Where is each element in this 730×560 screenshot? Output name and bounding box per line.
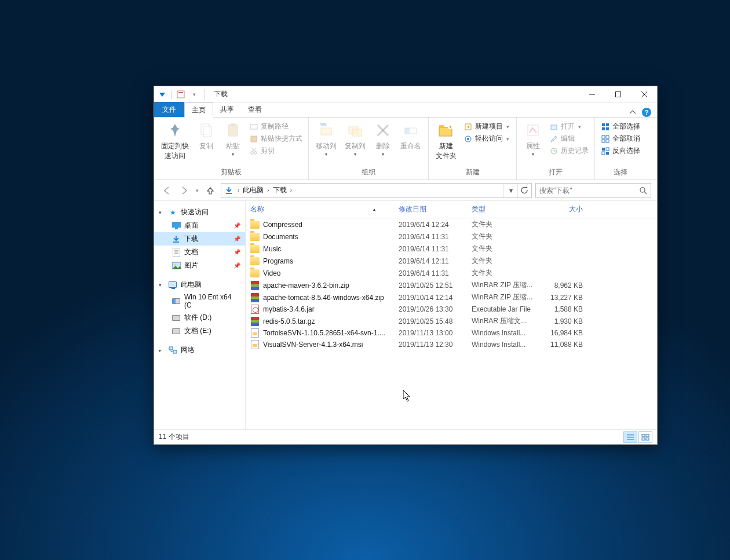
sidebar-item-downloads[interactable]: 下载📌 xyxy=(154,232,245,246)
column-header-type[interactable]: 类型 xyxy=(472,204,542,214)
svg-point-47 xyxy=(640,188,645,192)
copy-button[interactable]: 复制 xyxy=(195,120,218,152)
nav-up-button[interactable] xyxy=(203,184,217,197)
sidebar-quick-access[interactable]: ▾ ★ 快速访问 xyxy=(154,206,245,219)
select-none-button[interactable]: 全部取消 xyxy=(600,133,641,144)
file-row[interactable]: Video2019/6/14 11:31文件夹 xyxy=(246,267,657,279)
sidebar-item-documents[interactable]: 文档📌 xyxy=(154,246,245,259)
minimize-button[interactable] xyxy=(579,86,605,103)
view-large-icons-button[interactable] xyxy=(638,431,652,443)
crumb-downloads[interactable]: 下载 xyxy=(271,185,289,195)
status-count: 11 个项目 xyxy=(159,432,189,442)
qat-customize-caret-icon[interactable]: ▾ xyxy=(192,91,197,97)
documents-icon xyxy=(171,248,181,257)
select-all-button[interactable]: 全部选择 xyxy=(600,121,641,132)
delete-button[interactable]: 删除▾ xyxy=(371,120,395,158)
view-details-button[interactable] xyxy=(623,431,637,443)
column-header-size[interactable]: 大小 xyxy=(542,204,583,214)
qat-down-arrow-icon[interactable] xyxy=(158,90,167,99)
ribbon-tabs: 文件 主页 共享 查看 ? xyxy=(154,103,657,118)
refresh-button[interactable] xyxy=(517,184,531,197)
group-label-clipboard: 剪贴板 xyxy=(159,166,304,178)
copy-path-button[interactable]: 复制路径 xyxy=(248,121,304,132)
ribbon-group-organize: 移动到▾ 复制到▾ 删除▾ 重命名 组织 xyxy=(309,118,429,180)
file-row[interactable]: mybatis-3.4.6.jar2019/10/26 13:30Executa… xyxy=(246,303,657,315)
file-list[interactable]: Compressed2019/6/14 12:24文件夹Documents201… xyxy=(246,218,657,429)
copy-to-button[interactable]: 复制到▾ xyxy=(342,120,368,158)
status-bar: 11 个项目 xyxy=(154,429,657,444)
properties-button[interactable]: 属性▾ xyxy=(521,120,545,158)
tab-view[interactable]: 查看 xyxy=(241,102,269,117)
file-name: redis-5.0.5.tar.gz xyxy=(263,317,315,325)
tab-share[interactable]: 共享 xyxy=(213,102,241,117)
history-button[interactable]: 历史记录 xyxy=(548,145,590,156)
sidebar-item-pictures[interactable]: 图片📌 xyxy=(154,259,245,272)
search-input[interactable] xyxy=(539,186,639,195)
svg-rect-43 xyxy=(606,148,609,151)
rar-icon xyxy=(250,293,260,302)
title-bar: ▾ 下载 xyxy=(154,86,657,103)
edit-button[interactable]: 编辑 xyxy=(548,133,590,144)
folder-icon xyxy=(250,257,260,266)
nav-back-button[interactable] xyxy=(160,184,174,197)
nav-forward-button[interactable] xyxy=(177,184,191,197)
file-row[interactable]: apache-tomcat-8.5.46-windows-x64.zip2019… xyxy=(246,291,657,303)
cut-button[interactable]: 剪切 xyxy=(248,145,304,156)
svg-rect-44 xyxy=(602,152,605,155)
easy-access-button[interactable]: 轻松访问 ▾ xyxy=(462,133,512,144)
pin-to-quick-access-button[interactable]: 固定到快 速访问 xyxy=(159,120,191,162)
file-row[interactable]: VisualSVN-Server-4.1.3-x64.msi2019/11/13… xyxy=(246,339,657,350)
sidebar-item-drive-e[interactable]: 文档 (E:) xyxy=(154,324,245,338)
address-dropdown-button[interactable]: ▾ xyxy=(503,184,517,197)
properties-icon xyxy=(524,121,542,140)
sidebar-item-drive-c[interactable]: Win 10 Ent x64 (C xyxy=(154,291,245,311)
paste-shortcut-button[interactable]: 粘贴快捷方式 xyxy=(248,133,304,144)
rename-button[interactable]: 重命名 xyxy=(398,120,424,152)
new-folder-icon: ✦ xyxy=(437,121,455,140)
sidebar-network[interactable]: ▸ 网络 xyxy=(154,343,245,357)
file-date: 2019/6/14 11:31 xyxy=(399,233,472,241)
search-box[interactable] xyxy=(535,183,651,198)
qat-properties-icon[interactable] xyxy=(177,90,185,98)
new-folder-button[interactable]: ✦ 新建 文件夹 xyxy=(433,120,459,162)
address-downloads-icon xyxy=(221,186,236,195)
file-row[interactable]: apache-maven-3.6.2-bin.zip2019/10/25 12:… xyxy=(246,279,657,291)
sidebar-item-drive-d[interactable]: 软件 (D:) xyxy=(154,311,245,324)
paste-button[interactable]: 粘贴 ▾ xyxy=(221,120,244,158)
tab-file[interactable]: 文件 xyxy=(154,102,184,117)
sidebar-item-desktop[interactable]: 桌面📌 xyxy=(154,219,245,232)
svg-rect-49 xyxy=(172,222,181,228)
close-button[interactable] xyxy=(631,86,657,103)
file-row[interactable]: TortoiseSVN-1.10.5.28651-x64-svn-1....20… xyxy=(246,327,657,339)
nav-recent-dropdown[interactable]: ▾ xyxy=(195,188,200,193)
sidebar-this-pc[interactable]: ▾ 此电脑 xyxy=(154,278,245,291)
open-button[interactable]: 打开 ▾ xyxy=(548,121,590,132)
file-row[interactable]: Music2019/6/14 11:31文件夹 xyxy=(246,243,657,255)
file-row[interactable]: Programs2019/6/14 12:11文件夹 xyxy=(246,255,657,267)
jar-icon xyxy=(250,305,260,314)
help-icon[interactable]: ? xyxy=(642,108,651,117)
address-bar[interactable]: › 此电脑 › 下载 › ▾ xyxy=(221,183,532,198)
rename-icon xyxy=(402,121,420,140)
file-row[interactable]: Compressed2019/6/14 12:24文件夹 xyxy=(246,218,657,230)
move-to-button[interactable]: 移动到▾ xyxy=(313,120,339,158)
maximize-button[interactable] xyxy=(605,86,631,103)
search-icon[interactable] xyxy=(639,186,647,195)
ribbon: 固定到快 速访问 复制 粘贴 ▾ 复制路径 粘贴快捷方式 剪切 剪贴板 xyxy=(154,118,657,180)
svg-text:✦: ✦ xyxy=(466,125,470,130)
svg-rect-59 xyxy=(173,350,177,353)
drive-icon xyxy=(171,297,181,306)
file-size: 11,088 KB xyxy=(542,341,583,349)
ribbon-collapse-icon[interactable] xyxy=(629,109,636,116)
crumb-this-pc[interactable]: 此电脑 xyxy=(240,185,266,195)
invert-selection-button[interactable]: 反向选择 xyxy=(600,145,641,156)
tab-home[interactable]: 主页 xyxy=(184,103,213,118)
column-header-name[interactable]: 名称▴ xyxy=(250,204,399,214)
column-header-date[interactable]: 修改日期 xyxy=(399,204,472,214)
group-label-open: 打开 xyxy=(521,166,590,178)
new-item-button[interactable]: ✦新建项目 ▾ xyxy=(462,121,512,132)
file-row[interactable]: Documents2019/6/14 11:31文件夹 xyxy=(246,230,657,243)
msi-icon xyxy=(250,328,260,338)
file-date: 2019/10/26 13:30 xyxy=(399,305,472,313)
file-row[interactable]: redis-5.0.5.tar.gz2019/10/25 15:48WinRAR… xyxy=(246,315,657,327)
